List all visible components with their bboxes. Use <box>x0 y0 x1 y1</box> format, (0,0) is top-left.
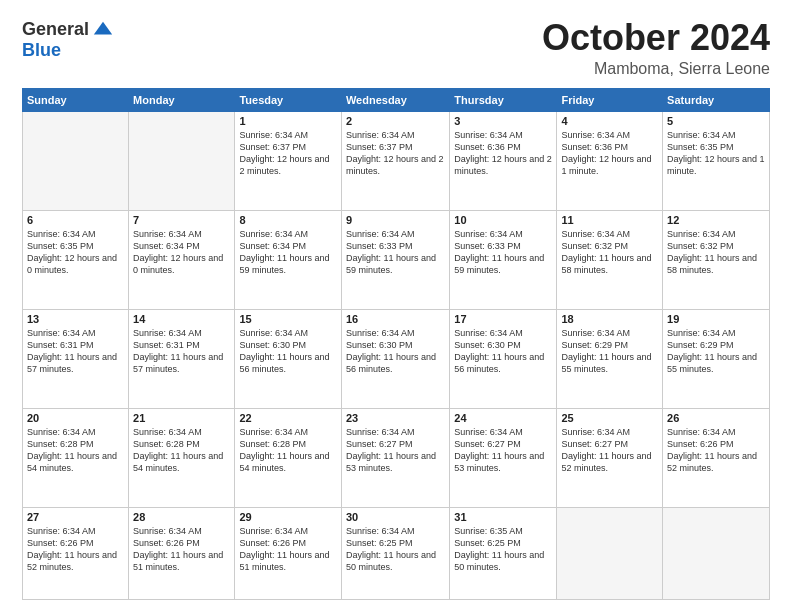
day-cell: 8Sunrise: 6:34 AM Sunset: 6:34 PM Daylig… <box>235 210 342 309</box>
week-row-2: 6Sunrise: 6:34 AM Sunset: 6:35 PM Daylig… <box>23 210 770 309</box>
calendar-header-row: SundayMondayTuesdayWednesdayThursdayFrid… <box>23 88 770 111</box>
day-info: Sunrise: 6:34 AM Sunset: 6:30 PM Dayligh… <box>239 327 337 376</box>
day-cell: 30Sunrise: 6:34 AM Sunset: 6:25 PM Dayli… <box>341 508 449 600</box>
location-title: Mamboma, Sierra Leone <box>542 60 770 78</box>
day-cell: 14Sunrise: 6:34 AM Sunset: 6:31 PM Dayli… <box>129 309 235 408</box>
day-number: 31 <box>454 511 552 523</box>
day-cell: 19Sunrise: 6:34 AM Sunset: 6:29 PM Dayli… <box>663 309 770 408</box>
day-info: Sunrise: 6:34 AM Sunset: 6:26 PM Dayligh… <box>133 525 230 574</box>
day-cell: 31Sunrise: 6:35 AM Sunset: 6:25 PM Dayli… <box>450 508 557 600</box>
page: General Blue October 2024 Mamboma, Sierr… <box>0 0 792 612</box>
day-number: 23 <box>346 412 445 424</box>
calendar-header-saturday: Saturday <box>663 88 770 111</box>
day-cell: 18Sunrise: 6:34 AM Sunset: 6:29 PM Dayli… <box>557 309 663 408</box>
day-cell: 4Sunrise: 6:34 AM Sunset: 6:36 PM Daylig… <box>557 111 663 210</box>
day-cell: 1Sunrise: 6:34 AM Sunset: 6:37 PM Daylig… <box>235 111 342 210</box>
day-number: 30 <box>346 511 445 523</box>
day-cell: 5Sunrise: 6:34 AM Sunset: 6:35 PM Daylig… <box>663 111 770 210</box>
day-number: 20 <box>27 412 124 424</box>
day-number: 17 <box>454 313 552 325</box>
day-cell: 27Sunrise: 6:34 AM Sunset: 6:26 PM Dayli… <box>23 508 129 600</box>
day-number: 2 <box>346 115 445 127</box>
day-info: Sunrise: 6:34 AM Sunset: 6:28 PM Dayligh… <box>239 426 337 475</box>
day-info: Sunrise: 6:34 AM Sunset: 6:26 PM Dayligh… <box>667 426 765 475</box>
day-info: Sunrise: 6:34 AM Sunset: 6:27 PM Dayligh… <box>346 426 445 475</box>
day-number: 11 <box>561 214 658 226</box>
day-cell: 29Sunrise: 6:34 AM Sunset: 6:26 PM Dayli… <box>235 508 342 600</box>
week-row-1: 1Sunrise: 6:34 AM Sunset: 6:37 PM Daylig… <box>23 111 770 210</box>
day-cell: 2Sunrise: 6:34 AM Sunset: 6:37 PM Daylig… <box>341 111 449 210</box>
day-info: Sunrise: 6:34 AM Sunset: 6:28 PM Dayligh… <box>133 426 230 475</box>
day-info: Sunrise: 6:34 AM Sunset: 6:35 PM Dayligh… <box>667 129 765 178</box>
day-cell: 12Sunrise: 6:34 AM Sunset: 6:32 PM Dayli… <box>663 210 770 309</box>
calendar-header-friday: Friday <box>557 88 663 111</box>
day-number: 21 <box>133 412 230 424</box>
day-info: Sunrise: 6:34 AM Sunset: 6:32 PM Dayligh… <box>561 228 658 277</box>
day-info: Sunrise: 6:34 AM Sunset: 6:34 PM Dayligh… <box>239 228 337 277</box>
logo-general-text: General <box>22 19 89 40</box>
day-number: 6 <box>27 214 124 226</box>
day-number: 13 <box>27 313 124 325</box>
week-row-3: 13Sunrise: 6:34 AM Sunset: 6:31 PM Dayli… <box>23 309 770 408</box>
day-info: Sunrise: 6:34 AM Sunset: 6:37 PM Dayligh… <box>346 129 445 178</box>
logo-blue-text: Blue <box>22 40 61 61</box>
day-number: 16 <box>346 313 445 325</box>
day-number: 29 <box>239 511 337 523</box>
day-number: 1 <box>239 115 337 127</box>
day-cell: 9Sunrise: 6:34 AM Sunset: 6:33 PM Daylig… <box>341 210 449 309</box>
day-number: 12 <box>667 214 765 226</box>
day-number: 8 <box>239 214 337 226</box>
day-cell <box>663 508 770 600</box>
day-info: Sunrise: 6:34 AM Sunset: 6:30 PM Dayligh… <box>454 327 552 376</box>
day-info: Sunrise: 6:34 AM Sunset: 6:35 PM Dayligh… <box>27 228 124 277</box>
day-cell: 25Sunrise: 6:34 AM Sunset: 6:27 PM Dayli… <box>557 408 663 507</box>
day-cell: 16Sunrise: 6:34 AM Sunset: 6:30 PM Dayli… <box>341 309 449 408</box>
calendar-header-thursday: Thursday <box>450 88 557 111</box>
logo-icon <box>92 18 114 40</box>
day-cell: 17Sunrise: 6:34 AM Sunset: 6:30 PM Dayli… <box>450 309 557 408</box>
day-cell: 24Sunrise: 6:34 AM Sunset: 6:27 PM Dayli… <box>450 408 557 507</box>
day-cell: 7Sunrise: 6:34 AM Sunset: 6:34 PM Daylig… <box>129 210 235 309</box>
day-cell: 23Sunrise: 6:34 AM Sunset: 6:27 PM Dayli… <box>341 408 449 507</box>
day-cell: 22Sunrise: 6:34 AM Sunset: 6:28 PM Dayli… <box>235 408 342 507</box>
day-info: Sunrise: 6:34 AM Sunset: 6:27 PM Dayligh… <box>561 426 658 475</box>
day-info: Sunrise: 6:34 AM Sunset: 6:32 PM Dayligh… <box>667 228 765 277</box>
day-info: Sunrise: 6:34 AM Sunset: 6:37 PM Dayligh… <box>239 129 337 178</box>
day-cell: 26Sunrise: 6:34 AM Sunset: 6:26 PM Dayli… <box>663 408 770 507</box>
day-number: 24 <box>454 412 552 424</box>
day-cell <box>557 508 663 600</box>
day-info: Sunrise: 6:34 AM Sunset: 6:33 PM Dayligh… <box>346 228 445 277</box>
day-info: Sunrise: 6:34 AM Sunset: 6:36 PM Dayligh… <box>454 129 552 178</box>
day-cell: 15Sunrise: 6:34 AM Sunset: 6:30 PM Dayli… <box>235 309 342 408</box>
day-number: 19 <box>667 313 765 325</box>
day-cell: 6Sunrise: 6:34 AM Sunset: 6:35 PM Daylig… <box>23 210 129 309</box>
calendar-table: SundayMondayTuesdayWednesdayThursdayFrid… <box>22 88 770 600</box>
day-info: Sunrise: 6:34 AM Sunset: 6:25 PM Dayligh… <box>346 525 445 574</box>
day-info: Sunrise: 6:34 AM Sunset: 6:28 PM Dayligh… <box>27 426 124 475</box>
day-number: 25 <box>561 412 658 424</box>
day-number: 22 <box>239 412 337 424</box>
day-cell <box>23 111 129 210</box>
day-number: 7 <box>133 214 230 226</box>
day-number: 3 <box>454 115 552 127</box>
week-row-5: 27Sunrise: 6:34 AM Sunset: 6:26 PM Dayli… <box>23 508 770 600</box>
day-number: 4 <box>561 115 658 127</box>
day-info: Sunrise: 6:34 AM Sunset: 6:30 PM Dayligh… <box>346 327 445 376</box>
day-info: Sunrise: 6:34 AM Sunset: 6:29 PM Dayligh… <box>667 327 765 376</box>
day-info: Sunrise: 6:34 AM Sunset: 6:31 PM Dayligh… <box>133 327 230 376</box>
day-number: 9 <box>346 214 445 226</box>
day-number: 27 <box>27 511 124 523</box>
day-info: Sunrise: 6:34 AM Sunset: 6:26 PM Dayligh… <box>27 525 124 574</box>
day-info: Sunrise: 6:34 AM Sunset: 6:31 PM Dayligh… <box>27 327 124 376</box>
day-number: 10 <box>454 214 552 226</box>
day-cell: 20Sunrise: 6:34 AM Sunset: 6:28 PM Dayli… <box>23 408 129 507</box>
day-number: 26 <box>667 412 765 424</box>
day-info: Sunrise: 6:34 AM Sunset: 6:36 PM Dayligh… <box>561 129 658 178</box>
day-number: 15 <box>239 313 337 325</box>
day-number: 5 <box>667 115 765 127</box>
day-cell: 11Sunrise: 6:34 AM Sunset: 6:32 PM Dayli… <box>557 210 663 309</box>
header: General Blue October 2024 Mamboma, Sierr… <box>22 18 770 78</box>
day-info: Sunrise: 6:34 AM Sunset: 6:34 PM Dayligh… <box>133 228 230 277</box>
day-cell: 21Sunrise: 6:34 AM Sunset: 6:28 PM Dayli… <box>129 408 235 507</box>
day-cell: 28Sunrise: 6:34 AM Sunset: 6:26 PM Dayli… <box>129 508 235 600</box>
